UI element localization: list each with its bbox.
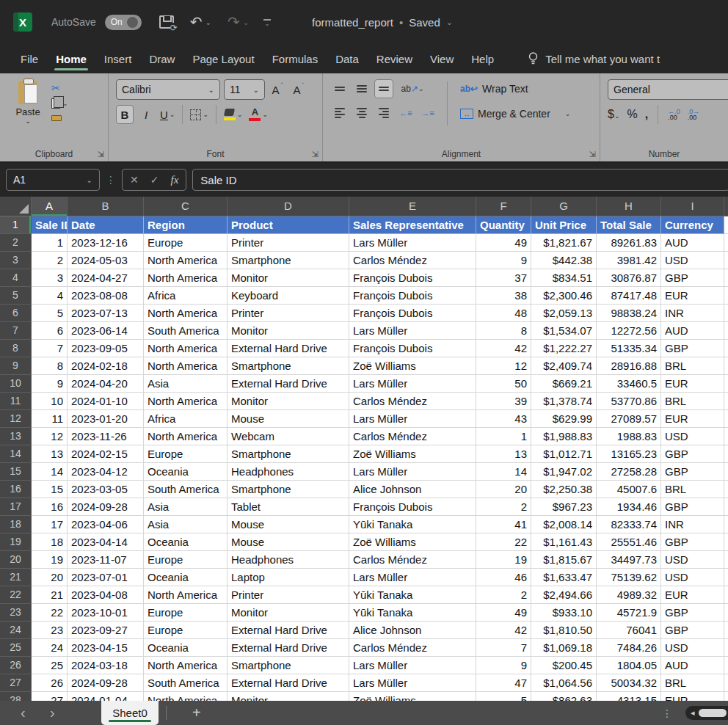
excel-app-icon[interactable]: X <box>13 12 32 32</box>
cell[interactable]: $1,222.27 <box>531 340 597 357</box>
cell[interactable]: EUR <box>661 692 724 701</box>
cell[interactable]: 2023-01-20 <box>68 410 144 428</box>
cell[interactable]: Webcam <box>228 428 349 445</box>
cell[interactable]: North America <box>144 357 228 375</box>
column-header-c[interactable]: C <box>144 197 228 216</box>
save-icon[interactable] <box>159 15 174 29</box>
decrease-indent-button[interactable]: ←≡ <box>396 103 415 123</box>
borders-button[interactable]: ⌄ <box>189 105 210 124</box>
cell[interactable]: External Hard Drive <box>228 340 349 357</box>
underline-button[interactable]: U⌄ <box>159 105 176 124</box>
row-header-28[interactable]: 28 <box>0 692 32 701</box>
cell[interactable]: Lars Müller <box>349 569 476 586</box>
cell[interactable] <box>724 445 728 463</box>
autosave-toggle[interactable]: On <box>105 15 142 30</box>
number-format-select[interactable]: General <box>608 79 728 100</box>
cell[interactable]: Zoë Williams <box>349 692 476 701</box>
cell[interactable]: $1,988.83 <box>531 428 597 445</box>
cell[interactable]: Monitor <box>228 604 349 622</box>
column-header-g[interactable]: G <box>531 197 597 216</box>
cell[interactable]: North America <box>144 657 228 674</box>
tell-me-search[interactable]: Tell me what you want t <box>528 51 728 66</box>
cell[interactable]: GBP <box>661 533 724 551</box>
cell[interactable]: 16 <box>32 498 68 516</box>
menu-tab-file[interactable]: File <box>12 44 47 73</box>
cell[interactable]: Printer <box>228 305 349 322</box>
column-header-d[interactable]: D <box>228 197 349 216</box>
cell[interactable]: $629.99 <box>531 410 597 428</box>
cell[interactable]: 2024-02-15 <box>68 445 144 463</box>
menu-tab-draw[interactable]: Draw <box>140 44 183 73</box>
cell[interactable]: External Hard Drive <box>228 674 349 692</box>
row-header-27[interactable]: 27 <box>0 674 32 692</box>
cell[interactable]: Africa <box>144 287 228 305</box>
cell[interactable]: Yūki Tanaka <box>349 516 476 533</box>
cell[interactable]: 8 <box>32 357 68 375</box>
column-header-e[interactable]: E <box>349 197 476 216</box>
cell[interactable]: 9 <box>32 375 68 393</box>
cell[interactable]: Oceania <box>144 639 228 657</box>
cell[interactable] <box>724 533 728 551</box>
middle-align-button[interactable] <box>352 79 371 98</box>
cell[interactable]: Printer <box>228 234 349 252</box>
cell[interactable]: 1934.46 <box>597 498 661 516</box>
cell[interactable]: USD <box>661 252 724 269</box>
row-header-13[interactable]: 13 <box>0 428 32 445</box>
cell[interactable]: North America <box>144 393 228 410</box>
cell[interactable]: BRL <box>661 357 724 375</box>
cell[interactable]: 20 <box>476 481 531 498</box>
cell[interactable]: 2023-10-01 <box>68 604 144 622</box>
cell[interactable]: 13165.23 <box>597 445 661 463</box>
cell[interactable]: Product <box>228 216 349 234</box>
cell[interactable]: South America <box>144 481 228 498</box>
menu-tab-home[interactable]: Home <box>47 44 95 73</box>
font-color-button[interactable]: A⌄ <box>247 105 269 124</box>
cell[interactable]: 27 <box>32 692 68 701</box>
cell[interactable]: GBP <box>661 622 724 639</box>
cell[interactable]: Region <box>144 216 228 234</box>
cell[interactable]: Sale ID <box>32 216 68 234</box>
cell[interactable]: 2023-04-08 <box>68 586 144 604</box>
cell[interactable]: 42 <box>476 622 531 639</box>
cell[interactable] <box>724 234 728 252</box>
cell[interactable]: 82333.74 <box>597 516 661 533</box>
scroll-left-icon[interactable]: ◂ <box>691 708 695 718</box>
cell[interactable]: $2,300.46 <box>531 287 597 305</box>
cell[interactable]: Printer <box>228 586 349 604</box>
cell[interactable]: $2,250.38 <box>531 481 597 498</box>
cell[interactable] <box>724 357 728 375</box>
cell[interactable]: $1,821.67 <box>531 234 597 252</box>
cell[interactable]: 25551.46 <box>597 533 661 551</box>
cell[interactable]: $933.10 <box>531 604 597 622</box>
cell[interactable]: François Dubois <box>349 498 476 516</box>
cell[interactable]: Lars Müller <box>349 234 476 252</box>
cell[interactable]: 2023-09-27 <box>68 622 144 639</box>
cell[interactable]: $1,534.07 <box>531 322 597 340</box>
cancel-button[interactable]: ✕ <box>130 174 139 186</box>
row-header-2[interactable]: 2 <box>0 234 32 252</box>
dots-vertical-icon[interactable]: ⋮ <box>106 174 116 186</box>
grow-font-button[interactable]: A <box>269 80 286 99</box>
cell[interactable]: BRL <box>661 674 724 692</box>
cell[interactable]: Mouse <box>228 410 349 428</box>
cell[interactable]: Mouse <box>228 533 349 551</box>
cell[interactable]: 2024-02-18 <box>68 357 144 375</box>
cell[interactable] <box>724 569 728 586</box>
cell[interactable]: Europe <box>144 622 228 639</box>
cell[interactable]: EUR <box>661 586 724 604</box>
cell[interactable]: 2024-05-03 <box>68 252 144 269</box>
dots-vertical-icon[interactable]: ⋮ <box>662 701 672 725</box>
cell[interactable]: Currency <box>661 216 724 234</box>
cell[interactable]: François Dubois <box>349 340 476 357</box>
add-sheet-button[interactable]: + <box>192 701 201 725</box>
cell[interactable]: Alice Johnson <box>349 481 476 498</box>
cell[interactable]: Yūki Tanaka <box>349 604 476 622</box>
cell[interactable]: INR <box>661 516 724 533</box>
cell[interactable]: François Dubois <box>349 269 476 287</box>
name-box[interactable]: A1 ⌄ <box>6 169 100 191</box>
cell[interactable]: 49 <box>476 234 531 252</box>
decrease-decimal-button[interactable]: .0→.00 <box>688 109 700 120</box>
menu-tab-help[interactable]: Help <box>462 44 503 73</box>
cell[interactable]: 19 <box>32 551 68 569</box>
cell[interactable]: 2024-09-28 <box>68 674 144 692</box>
